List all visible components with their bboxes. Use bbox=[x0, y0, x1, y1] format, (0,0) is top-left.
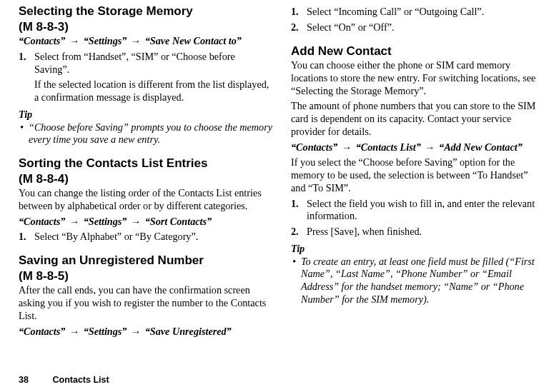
step-text: Select from “Handset”, “SIM” or “Choose … bbox=[34, 51, 235, 75]
list-item: 2. Press [Save], when finished. bbox=[307, 226, 545, 238]
arrow-icon: → bbox=[68, 35, 81, 46]
left-column: Selecting the Storage Memory (M 8-8-3) “… bbox=[19, 4, 272, 341]
storage-tip-list: “Choose before Saving” prompts you to ch… bbox=[19, 121, 272, 147]
sorting-mcode: (M 8-8-4) bbox=[19, 172, 272, 186]
page: Selecting the Storage Memory (M 8-8-3) “… bbox=[0, 0, 559, 392]
calls-steps: 1. Select “Incoming Call” or “Outgoing C… bbox=[291, 6, 545, 34]
list-item: 1. Select “By Alphabet” or “By Category”… bbox=[34, 231, 272, 243]
addnew-title: Add New Contact bbox=[291, 44, 545, 59]
storage-breadcrumb: “Contacts” → “Settings” → “Save New Cont… bbox=[19, 35, 272, 48]
addnew-tip-label: Tip bbox=[291, 243, 545, 256]
addnew-tip-list: To create an entry, at least one field m… bbox=[291, 256, 545, 306]
storage-step1-subtext: If the selected location is different fr… bbox=[34, 79, 272, 104]
step-number: 1. bbox=[291, 198, 299, 211]
saving-mcode: (M 8-8-5) bbox=[19, 269, 272, 283]
step-number: 2. bbox=[291, 21, 299, 34]
storage-title: Selecting the Storage Memory bbox=[19, 4, 272, 19]
list-item: 1. Select the field you wish to fill in,… bbox=[307, 198, 545, 223]
step-text: Press [Save], when finished. bbox=[307, 226, 422, 237]
step-text: Select the field you wish to fill in, an… bbox=[307, 198, 535, 222]
breadcrumb-part: “Contacts” bbox=[19, 216, 65, 227]
two-column-layout: Selecting the Storage Memory (M 8-8-3) “… bbox=[19, 4, 545, 341]
breadcrumb-part: “Contacts List” bbox=[356, 141, 421, 153]
saving-intro: After the call ends, you can have the co… bbox=[19, 284, 272, 322]
breadcrumb-part: “Contacts” bbox=[19, 326, 65, 337]
step-text: Select “Incoming Call” or “Outgoing Call… bbox=[307, 6, 484, 17]
list-item: 2. Select “On” or “Off”. bbox=[307, 21, 545, 34]
breadcrumb-part: “Contacts” bbox=[291, 141, 337, 153]
breadcrumb-part: “Settings” bbox=[84, 35, 127, 46]
addnew-steps: 1. Select the field you wish to fill in,… bbox=[291, 198, 545, 238]
step-number: 2. bbox=[291, 226, 299, 238]
sorting-title: Sorting the Contacts List Entries bbox=[19, 156, 272, 171]
addnew-intro1: You can choose either the phone or SIM c… bbox=[291, 59, 545, 97]
breadcrumb-part: “Add New Contact” bbox=[439, 141, 523, 153]
saving-title: Saving an Unregistered Number bbox=[19, 253, 272, 268]
arrow-icon: → bbox=[340, 141, 353, 153]
addnew-intro2: The amount of phone numbers that you can… bbox=[291, 100, 545, 138]
page-footer: 38 Contacts List bbox=[19, 375, 109, 385]
storage-tip-label: Tip bbox=[19, 109, 272, 121]
sorting-steps: 1. Select “By Alphabet” or “By Category”… bbox=[19, 231, 272, 243]
page-number: 38 bbox=[19, 375, 50, 385]
footer-section: Contacts List bbox=[52, 375, 109, 385]
saving-breadcrumb: “Contacts” → “Settings” → “Save Unregist… bbox=[19, 326, 272, 338]
breadcrumb-part: “Sort Contacts” bbox=[145, 216, 212, 227]
right-column: 1. Select “Incoming Call” or “Outgoing C… bbox=[291, 4, 545, 341]
arrow-icon: → bbox=[68, 216, 81, 227]
arrow-icon: → bbox=[129, 326, 142, 337]
arrow-icon: → bbox=[423, 141, 436, 153]
step-text: Select “On” or “Off”. bbox=[307, 21, 395, 33]
addnew-intro3: If you select the “Choose before Saving”… bbox=[291, 156, 545, 194]
arrow-icon: → bbox=[129, 35, 142, 46]
breadcrumb-part: “Save Unregistered” bbox=[145, 326, 232, 337]
arrow-icon: → bbox=[129, 216, 142, 227]
step-number: 1. bbox=[19, 51, 26, 64]
step-number: 1. bbox=[291, 6, 299, 19]
storage-steps: 1. Select from “Handset”, “SIM” or “Choo… bbox=[19, 51, 272, 76]
addnew-breadcrumb: “Contacts” → “Contacts List” → “Add New … bbox=[291, 141, 545, 154]
list-item: “Choose before Saving” prompts you to ch… bbox=[29, 121, 272, 147]
storage-mcode: (M 8-8-3) bbox=[19, 20, 272, 34]
list-item: 1. Select “Incoming Call” or “Outgoing C… bbox=[307, 6, 545, 19]
breadcrumb-part: “Settings” bbox=[84, 216, 127, 227]
breadcrumb-part: “Settings” bbox=[84, 326, 127, 337]
list-item: 1. Select from “Handset”, “SIM” or “Choo… bbox=[34, 51, 272, 76]
breadcrumb-part: “Save New Contact to” bbox=[145, 35, 242, 46]
step-text: Select “By Alphabet” or “By Category”. bbox=[34, 231, 198, 242]
arrow-icon: → bbox=[68, 326, 81, 337]
sorting-breadcrumb: “Contacts” → “Settings” → “Sort Contacts… bbox=[19, 216, 272, 228]
step-number: 1. bbox=[19, 231, 26, 243]
breadcrumb-part: “Contacts” bbox=[19, 35, 65, 46]
sorting-intro: You can change the listing order of the … bbox=[19, 187, 272, 213]
list-item: To create an entry, at least one field m… bbox=[301, 256, 545, 306]
